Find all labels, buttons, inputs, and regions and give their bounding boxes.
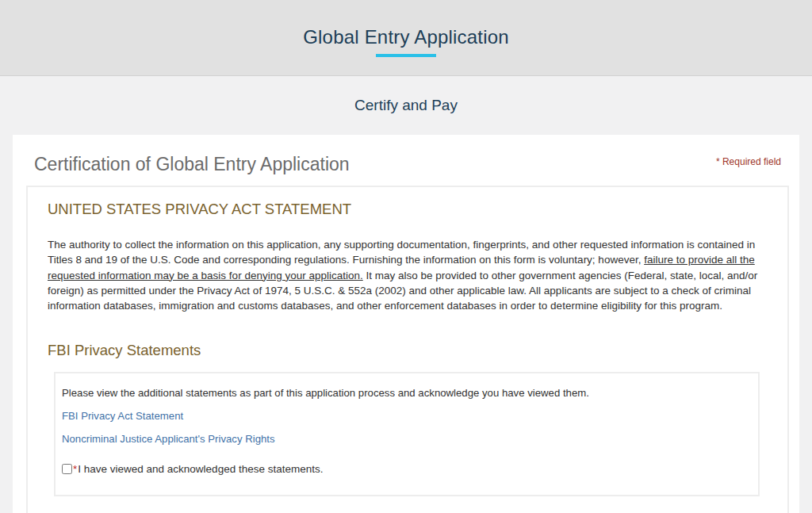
certification-card: Certification of Global Entry Applicatio… bbox=[13, 135, 799, 513]
noncriminal-justice-privacy-rights-link[interactable]: Noncriminal Justice Applicant's Privacy … bbox=[62, 433, 745, 445]
acknowledge-required-star: * bbox=[73, 463, 77, 475]
step-title: Certify and Pay bbox=[354, 97, 458, 114]
privacy-act-paragraph: The authority to collect the information… bbox=[48, 237, 760, 313]
step-subheader: Certify and Pay bbox=[0, 76, 812, 135]
acknowledge-row: * I have viewed and acknowledged these s… bbox=[62, 463, 745, 475]
app-title: Global Entry Application bbox=[303, 26, 509, 48]
required-field-note: * Required field bbox=[716, 156, 781, 167]
fbi-statements-heading: FBI Privacy Statements bbox=[48, 342, 760, 359]
card-header: Certification of Global Entry Applicatio… bbox=[26, 154, 789, 175]
fbi-privacy-act-statement-link[interactable]: FBI Privacy Act Statement bbox=[62, 410, 745, 422]
privacy-statement-box: UNITED STATES PRIVACY ACT STATEMENT The … bbox=[26, 186, 789, 513]
fbi-statements-box: Please view the additional statements as… bbox=[54, 372, 760, 496]
acknowledge-checkbox[interactable] bbox=[62, 464, 72, 474]
privacy-act-heading: UNITED STATES PRIVACY ACT STATEMENT bbox=[48, 201, 760, 218]
title-accent-underline bbox=[376, 54, 436, 57]
app-header: Global Entry Application bbox=[0, 0, 812, 76]
acknowledge-label: I have viewed and acknowledged these sta… bbox=[78, 463, 323, 475]
page-title: Certification of Global Entry Applicatio… bbox=[34, 154, 350, 175]
fbi-instruction: Please view the additional statements as… bbox=[62, 387, 745, 399]
